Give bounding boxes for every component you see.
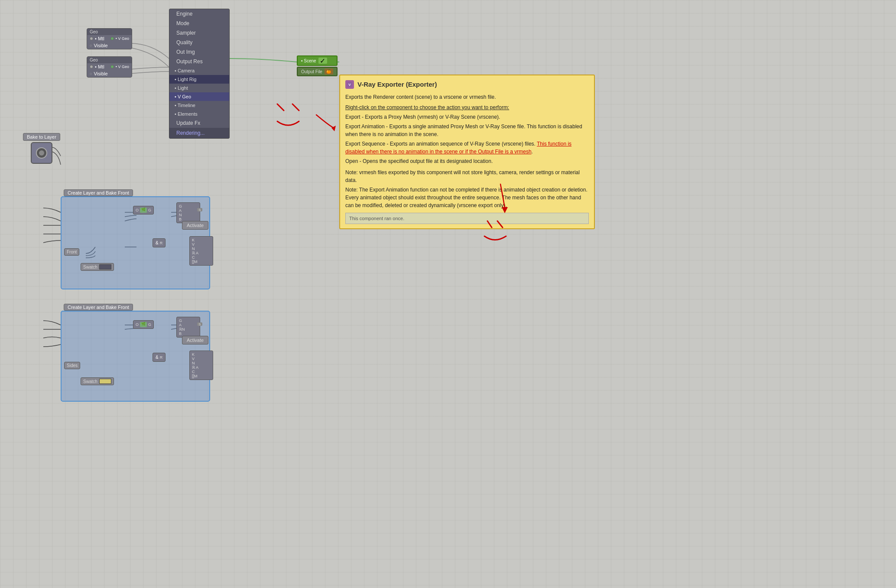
menu-elements[interactable]: • Elements (169, 110, 229, 118)
group1-gsan-node[interactable]: G A N B S (176, 202, 200, 223)
svg-point-3 (39, 150, 44, 156)
group2-kv-node[interactable]: K V N ℝA C []M (189, 351, 213, 380)
info-panel-title: V V-Ray Exporter (Exporter) (345, 80, 589, 90)
menu-rendering[interactable]: Rendering... (169, 128, 229, 138)
group2-gsan-node[interactable]: G A ℝN B S (176, 317, 200, 338)
info-status: This component ran once. (345, 213, 589, 224)
info-line1: Exports the Renderer content (scene) to … (345, 93, 589, 101)
group-box-2: Create Layer and Bake Front O 🌿 G G A ℝN… (61, 311, 210, 402)
menu-update-fx[interactable]: Update Fx (169, 118, 229, 128)
info-note2: Note: The Export Animation function can … (345, 186, 589, 209)
info-panel-icon: V (345, 80, 354, 89)
group2-and-node[interactable]: & R (153, 353, 166, 362)
bake-to-layer-node[interactable]: Bake to Layer (23, 133, 60, 164)
swatch-color-2[interactable] (99, 379, 111, 384)
scene-label: • Scene (301, 58, 316, 63)
menu-output-res[interactable]: Output Res (169, 57, 229, 66)
geo-node-2[interactable]: Geo • Mtl • V Geo ○ Visible (87, 56, 132, 78)
group2-s-port[interactable]: S (197, 322, 202, 326)
info-line5: Export Sequence - Exports an animation s… (345, 140, 589, 156)
menu-quality[interactable]: Quality (169, 38, 229, 47)
menu-engine[interactable]: Engine (169, 9, 229, 19)
geo-node-2-vgeo-port[interactable] (110, 65, 114, 68)
group1-and-node[interactable]: & R (153, 238, 166, 247)
menu-v-geo[interactable]: • V Geo (169, 92, 229, 101)
group1-o-node[interactable]: O 🌿 G (133, 206, 154, 214)
geo-node-1-mtl-row: • Mtl • V Geo (87, 35, 132, 42)
activate-btn-2[interactable]: Activate (182, 336, 208, 344)
menu-light-rig[interactable]: • Light Rig (169, 75, 229, 84)
menu-camera[interactable]: • Camera (169, 66, 229, 75)
scene-output-node[interactable]: • Scene ✓ Output File 🍊 (297, 55, 338, 76)
geo-node-1-visible-row: ○ Visible (87, 42, 132, 49)
activate-btn-1[interactable]: Activate (182, 221, 208, 230)
swatch-color-1[interactable] (99, 264, 111, 270)
menu-sampler[interactable]: Sampler (169, 28, 229, 38)
swatch-node-2[interactable]: Swatch (81, 377, 114, 385)
scene-check-icon: ✓ (318, 58, 327, 64)
info-note1: Note: vrmesh files exported by this comp… (345, 169, 589, 184)
group1-s-port[interactable]: S (197, 208, 202, 211)
geo-node-1-title: Geo (87, 29, 132, 35)
info-line3: Export - Exports a Proxy Mesh (vrmesh) o… (345, 113, 589, 121)
group1-kv-node[interactable]: K V N ℝ A C []M (189, 236, 213, 266)
geo-node-2-visible-row: ○ Visible (87, 70, 132, 77)
menu-out-img[interactable]: Out Img (169, 47, 229, 57)
dropdown-menu[interactable]: Engine Mode Sampler Quality Out Img Outp… (169, 9, 230, 139)
info-line4: Export Animation - Exports a single anim… (345, 123, 589, 138)
bake-to-layer-label: Bake to Layer (23, 133, 60, 141)
sides-node[interactable]: Sides (64, 362, 80, 369)
geo-node-1-vgeo-port[interactable] (110, 37, 114, 40)
bake-to-layer-icon[interactable] (31, 142, 52, 164)
front-node-1[interactable]: Front (64, 248, 79, 256)
geo-node-2-title: Geo (87, 57, 132, 63)
output-file-icon: 🍊 (325, 68, 333, 75)
info-panel: V V-Ray Exporter (Exporter) Exports the … (339, 75, 595, 229)
output-file-label: Output File (301, 69, 322, 74)
menu-mode[interactable]: Mode (169, 19, 229, 28)
group2-o-node[interactable]: O 🌿 G (133, 320, 154, 329)
geo-node-1[interactable]: Geo • Mtl • V Geo ○ Visible (87, 28, 132, 49)
swatch-node-1[interactable]: Swatch (81, 263, 114, 271)
group1-leaf-icon: 🌿 (140, 208, 147, 213)
info-line2: Right-click on the component to choose t… (345, 104, 589, 111)
svg-text:V: V (348, 83, 351, 87)
group2-leaf-icon: 🌿 (140, 322, 147, 327)
info-line6: Open - Opens the specified output file a… (345, 157, 589, 165)
group-box-1: Create Layer and Bake Front O 🌿 G G A N … (61, 196, 210, 289)
geo-node-1-mtl-port[interactable] (90, 37, 93, 40)
geo-node-2-mtl-port[interactable] (90, 65, 93, 68)
menu-light[interactable]: • Light (169, 84, 229, 92)
group-box-2-label: Create Layer and Bake Front (64, 304, 133, 311)
geo-node-2-mtl-row: • Mtl • V Geo (87, 63, 132, 70)
menu-timeline[interactable]: • Timeline (169, 101, 229, 110)
group-box-1-label: Create Layer and Bake Front (64, 189, 133, 196)
